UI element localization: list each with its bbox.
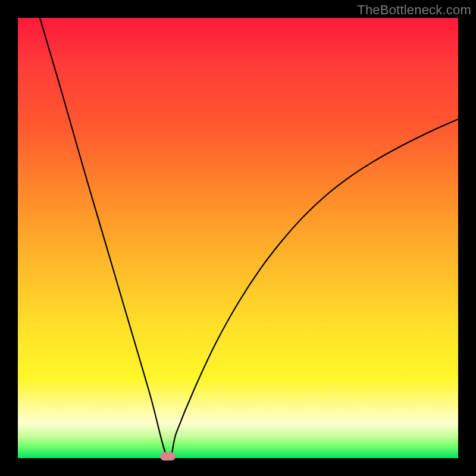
watermark-text: TheBottleneck.com <box>357 2 471 18</box>
plot-area <box>18 18 458 458</box>
minimum-marker <box>160 452 176 461</box>
chart-stage: TheBottleneck.com <box>0 0 476 476</box>
curve-svg <box>18 18 458 458</box>
bottleneck-curve <box>40 18 458 459</box>
